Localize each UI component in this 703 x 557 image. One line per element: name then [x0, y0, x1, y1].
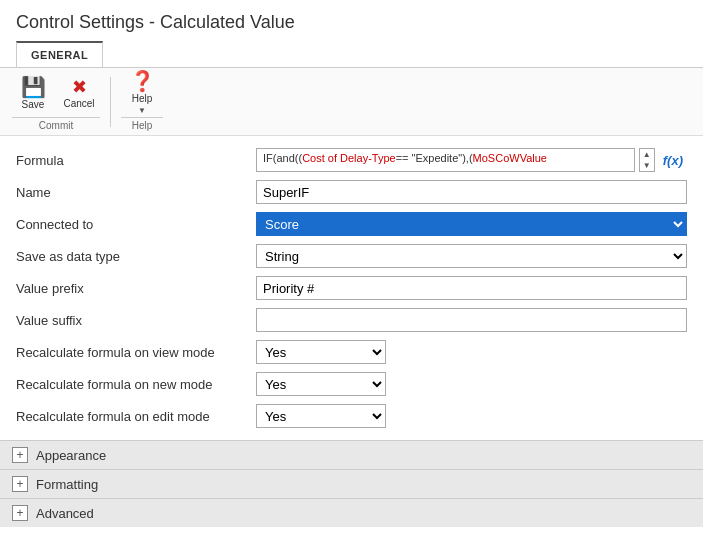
- cancel-button[interactable]: ✖ Cancel: [58, 72, 100, 114]
- toolbar-separator: [110, 77, 111, 127]
- connected-to-control: Score Priority Category: [256, 212, 687, 236]
- help-group: ❓ Help ▼ Help: [121, 72, 163, 131]
- formula-container: IF(and((Cost of Delay-Type== "Expedite")…: [256, 148, 687, 172]
- save-data-type-control: String Number Boolean Date: [256, 244, 687, 268]
- formula-text-3: == "Expedite"),(: [396, 152, 473, 164]
- recalc-view-label: Recalculate formula on view mode: [16, 345, 256, 360]
- cancel-label: Cancel: [63, 98, 94, 109]
- name-row: Name: [0, 176, 703, 208]
- recalc-new-row: Recalculate formula on new mode Yes No: [0, 368, 703, 400]
- save-label: Save: [22, 99, 45, 110]
- save-data-type-row: Save as data type String Number Boolean …: [0, 240, 703, 272]
- fx-button[interactable]: f(x): [659, 153, 687, 168]
- formula-text-4: MoSCoWValue: [473, 152, 547, 164]
- commit-group: 💾 Save ✖ Cancel Commit: [12, 72, 100, 131]
- help-dropdown-arrow: ▼: [138, 106, 146, 115]
- formula-spinner[interactable]: ▲ ▼: [639, 148, 655, 172]
- formula-row: Formula IF(and((Cost of Delay-Type== "Ex…: [0, 144, 703, 176]
- commit-group-label: Commit: [12, 117, 100, 131]
- save-data-type-select[interactable]: String Number Boolean Date: [256, 244, 687, 268]
- help-label: Help: [132, 93, 153, 104]
- value-prefix-control: [256, 276, 687, 300]
- save-data-type-label: Save as data type: [16, 249, 256, 264]
- formatting-expand-icon: +: [12, 476, 28, 492]
- advanced-section[interactable]: + Advanced: [0, 498, 703, 527]
- spinner-down[interactable]: ▼: [640, 160, 654, 171]
- formula-text-2: Cost of Delay-Type: [302, 152, 396, 164]
- tab-general[interactable]: GENERAL: [16, 41, 103, 67]
- help-icon: ❓: [130, 71, 155, 91]
- value-prefix-row: Value prefix: [0, 272, 703, 304]
- spinner-up[interactable]: ▲: [640, 149, 654, 160]
- recalc-new-select[interactable]: Yes No: [256, 372, 386, 396]
- value-suffix-row: Value suffix: [0, 304, 703, 336]
- recalc-view-row: Recalculate formula on view mode Yes No: [0, 336, 703, 368]
- name-label: Name: [16, 185, 256, 200]
- value-prefix-label: Value prefix: [16, 281, 256, 296]
- recalc-edit-label: Recalculate formula on edit mode: [16, 409, 256, 424]
- recalc-edit-row: Recalculate formula on edit mode Yes No: [0, 400, 703, 432]
- save-button[interactable]: 💾 Save: [12, 72, 54, 114]
- form-area: Formula IF(and((Cost of Delay-Type== "Ex…: [0, 136, 703, 440]
- advanced-label: Advanced: [36, 506, 94, 521]
- recalc-edit-control: Yes No: [256, 404, 687, 428]
- recalc-new-label: Recalculate formula on new mode: [16, 377, 256, 392]
- appearance-label: Appearance: [36, 448, 106, 463]
- help-buttons: ❓ Help ▼: [121, 72, 163, 114]
- cancel-icon: ✖: [72, 78, 87, 96]
- value-prefix-input[interactable]: [256, 276, 687, 300]
- appearance-expand-icon: +: [12, 447, 28, 463]
- value-suffix-input[interactable]: [256, 308, 687, 332]
- appearance-section[interactable]: + Appearance: [0, 440, 703, 469]
- connected-to-select[interactable]: Score Priority Category: [256, 212, 687, 236]
- save-icon: 💾: [21, 77, 46, 97]
- value-suffix-control: [256, 308, 687, 332]
- name-input[interactable]: [256, 180, 687, 204]
- connected-to-label: Connected to: [16, 217, 256, 232]
- advanced-expand-icon: +: [12, 505, 28, 521]
- help-group-label: Help: [121, 117, 163, 131]
- recalc-view-control: Yes No: [256, 340, 687, 364]
- value-suffix-label: Value suffix: [16, 313, 256, 328]
- formula-input[interactable]: IF(and((Cost of Delay-Type== "Expedite")…: [256, 148, 635, 172]
- tab-bar: GENERAL: [0, 41, 703, 68]
- formula-text-1: IF(and((: [263, 152, 302, 164]
- toolbar: 💾 Save ✖ Cancel Commit ❓ Help ▼ Help: [0, 68, 703, 136]
- formatting-section[interactable]: + Formatting: [0, 469, 703, 498]
- formatting-label: Formatting: [36, 477, 98, 492]
- recalc-edit-select[interactable]: Yes No: [256, 404, 386, 428]
- formula-control: IF(and((Cost of Delay-Type== "Expedite")…: [256, 148, 687, 172]
- help-button[interactable]: ❓ Help ▼: [121, 72, 163, 114]
- recalc-new-control: Yes No: [256, 372, 687, 396]
- recalc-view-select[interactable]: Yes No: [256, 340, 386, 364]
- connected-to-row: Connected to Score Priority Category: [0, 208, 703, 240]
- page-title: Control Settings - Calculated Value: [0, 0, 703, 41]
- name-control: [256, 180, 687, 204]
- formula-label: Formula: [16, 153, 256, 168]
- commit-buttons: 💾 Save ✖ Cancel: [12, 72, 100, 114]
